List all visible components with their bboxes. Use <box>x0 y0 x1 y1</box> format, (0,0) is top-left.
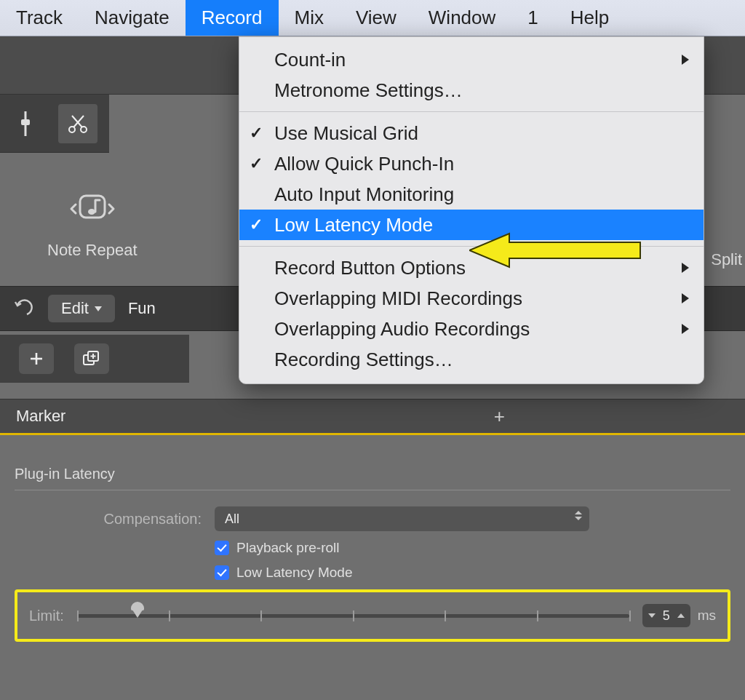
submenu-arrow-icon <box>682 324 689 334</box>
menuitem-record-button-options[interactable]: Record Button Options <box>239 252 704 283</box>
svg-rect-1 <box>21 119 30 125</box>
marker-label: Marker <box>16 407 65 426</box>
edit-menu-button[interactable]: Edit <box>48 295 115 322</box>
submenu-arrow-icon <box>682 55 689 65</box>
menuitem-auto-input-monitoring[interactable]: Auto Input Monitoring <box>239 179 704 210</box>
scissors-icon[interactable] <box>58 104 97 143</box>
limit-label: Limit: <box>29 608 64 624</box>
menuitem-use-musical-grid[interactable]: ✓ Use Musical Grid <box>239 118 704 148</box>
menu-record[interactable]: Record <box>186 0 279 36</box>
stepper-up-icon[interactable] <box>677 613 685 618</box>
menuitem-low-latency-mode[interactable]: ✓ Low Latency Mode <box>239 210 704 240</box>
low-latency-field: Low Latency Mode <box>15 565 730 581</box>
menu-separator <box>239 111 704 112</box>
undo-icon[interactable] <box>10 296 35 321</box>
duplicate-button[interactable] <box>74 343 109 374</box>
menu-window[interactable]: Window <box>413 0 511 36</box>
note-repeat-label: Note Repeat <box>47 241 138 260</box>
fun-label: Fun <box>128 299 156 318</box>
marker-strip[interactable]: Marker + <box>0 399 745 434</box>
stepper-down-icon[interactable] <box>648 613 656 618</box>
menuitem-recording-settings[interactable]: Recording Settings… <box>239 344 704 375</box>
low-latency-checkbox[interactable] <box>215 565 229 580</box>
menuitem-label: Overlapping Audio Recordings <box>274 318 530 341</box>
compensation-field: Compensation: All <box>15 506 730 531</box>
compensation-value: All <box>225 512 239 527</box>
menu-separator <box>239 246 704 247</box>
compensation-label: Compensation: <box>15 511 215 528</box>
playback-preroll-label: Playback pre-roll <box>236 540 340 556</box>
playback-preroll-checkbox[interactable] <box>215 541 229 555</box>
marker-add-icon[interactable]: + <box>494 405 505 428</box>
plus-button[interactable] <box>19 343 54 374</box>
menuitem-overlapping-audio[interactable]: Overlapping Audio Recordings <box>239 314 704 344</box>
menuitem-label: Auto Input Monitoring <box>274 183 454 206</box>
menuitem-label: Metronome Settings… <box>274 79 463 102</box>
menuitem-allow-quick-punch-in[interactable]: ✓ Allow Quick Punch-In <box>239 148 704 179</box>
note-repeat-icon <box>67 186 118 229</box>
check-icon: ✓ <box>250 124 263 143</box>
compensation-select[interactable]: All <box>215 506 589 531</box>
menuitem-label: Count-in <box>274 49 346 71</box>
tool-row-1 <box>0 95 109 153</box>
menu-navigate[interactable]: Navigate <box>79 0 186 36</box>
submenu-arrow-icon <box>682 263 689 273</box>
menuitem-label: Overlapping MIDI Recordings <box>274 287 522 310</box>
menuitem-label: Record Button Options <box>274 257 466 279</box>
menu-help[interactable]: Help <box>554 0 625 36</box>
plugin-latency-panel: Plug-in Latency Compensation: All Playba… <box>15 466 730 642</box>
limit-unit: ms <box>698 608 716 624</box>
menu-1[interactable]: 1 <box>511 0 554 36</box>
limit-slider[interactable] <box>77 605 629 627</box>
panel-separator <box>15 490 730 490</box>
chevron-down-icon <box>95 306 102 311</box>
menu-mix[interactable]: Mix <box>279 0 340 36</box>
menuitem-overlapping-midi[interactable]: Overlapping MIDI Recordings <box>239 283 704 314</box>
svg-line-4 <box>73 116 84 127</box>
menuitem-metronome-settings[interactable]: Metronome Settings… <box>239 75 704 106</box>
fader-icon[interactable] <box>6 104 45 143</box>
record-menu-dropdown[interactable]: Count-in Metronome Settings… ✓ Use Music… <box>239 36 704 384</box>
tool-row-3 <box>0 335 189 383</box>
menuitem-label: Use Musical Grid <box>274 122 418 145</box>
split-label: Split <box>706 246 745 274</box>
menubar: Track Navigate Record Mix View Window 1 … <box>0 0 745 36</box>
menuitem-label: Allow Quick Punch-In <box>274 153 454 175</box>
edit-menu-label: Edit <box>61 299 89 318</box>
menu-view[interactable]: View <box>340 0 413 36</box>
check-icon: ✓ <box>250 215 263 234</box>
menuitem-label: Low Latency Mode <box>274 214 433 236</box>
menuitem-count-in[interactable]: Count-in <box>239 44 704 75</box>
select-updown-icon <box>575 511 582 520</box>
panel-title: Plug-in Latency <box>15 466 730 482</box>
menu-track[interactable]: Track <box>0 0 79 36</box>
svg-line-5 <box>72 116 82 127</box>
low-latency-label: Low Latency Mode <box>236 565 353 581</box>
check-icon: ✓ <box>250 154 263 173</box>
limit-value: 5 <box>663 608 670 624</box>
note-repeat-block[interactable]: Note Repeat <box>47 186 138 260</box>
limit-stepper[interactable]: 5 <box>642 604 690 627</box>
submenu-arrow-icon <box>682 293 689 303</box>
limit-row-highlight: Limit: 5 ms <box>15 589 730 642</box>
menuitem-label: Recording Settings… <box>274 349 453 371</box>
playback-preroll-field: Playback pre-roll <box>15 540 730 556</box>
